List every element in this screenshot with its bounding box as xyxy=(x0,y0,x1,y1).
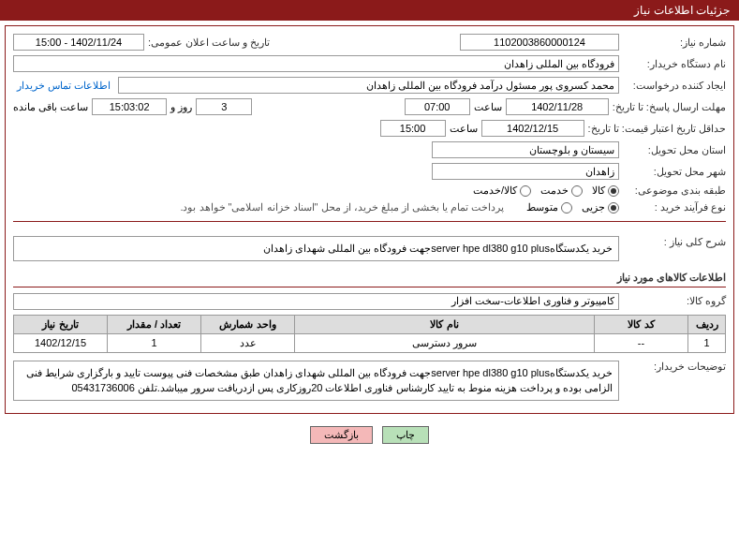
back-button[interactable]: بازگشت xyxy=(310,426,373,444)
subject-goods-radio-label: کالا xyxy=(592,184,605,197)
th-name: نام کالا xyxy=(295,315,595,333)
announce-datetime-field[interactable] xyxy=(13,34,144,51)
purchase-medium-radio-label: متوسط xyxy=(526,201,558,214)
purchase-medium-radio[interactable] xyxy=(561,202,572,214)
buyer-contact-link[interactable]: اطلاعات تماس خریدار xyxy=(13,80,114,92)
remaining-time-field xyxy=(92,98,167,115)
th-idx: ردیف xyxy=(688,315,726,333)
goods-group-field[interactable] xyxy=(13,293,619,310)
requester-label: ایجاد کننده درخواست: xyxy=(623,80,726,92)
cell-date: 1402/12/15 xyxy=(14,333,108,352)
price-validity-time-field[interactable] xyxy=(380,120,446,137)
cell-idx: 1 xyxy=(688,333,726,352)
page-title: جزئیات اطلاعات نیاز xyxy=(0,0,739,21)
th-date: تاریخ نیاز xyxy=(14,315,108,333)
delivery-province-label: استان محل تحویل: xyxy=(623,144,726,156)
purchase-minor-radio-label: جزیی xyxy=(582,201,605,214)
cell-name: سرور دسترسی xyxy=(295,333,595,352)
form-container: شماره نیاز: تاریخ و ساعت اعلان عمومی: نا… xyxy=(5,25,734,414)
cell-unit: عدد xyxy=(201,333,295,352)
deadline-label: مهلت ارسال پاسخ: تا تاریخ: xyxy=(613,101,726,113)
price-validity-label: حداقل تاریخ اعتبار قیمت: تا تاریخ: xyxy=(588,123,726,135)
subject-class-label: طبقه بندی موضوعی: xyxy=(623,184,726,197)
purchase-minor-radio[interactable] xyxy=(608,202,619,214)
subject-service-radio[interactable] xyxy=(571,185,583,197)
table-row: 1 -- سرور دسترسی عدد 1 1402/12/15 xyxy=(14,333,726,352)
purchase-type-label: نوع فرآیند خرید : xyxy=(623,201,726,214)
general-desc-label: شرح کلی نیاز : xyxy=(623,236,726,248)
deadline-time-field[interactable] xyxy=(405,98,470,115)
cell-code: -- xyxy=(595,333,688,352)
remaining-days-field xyxy=(196,98,252,115)
requester-field[interactable] xyxy=(118,77,619,94)
buyer-org-label: نام دستگاه خریدار: xyxy=(623,58,726,70)
buyer-notes-field: خرید یکدستگاهserver hpe dl380 g10 plusجه… xyxy=(13,361,619,401)
deadline-time-label: ساعت xyxy=(474,101,502,113)
goods-section-title: اطلاعات کالاهای مورد نیاز xyxy=(13,269,726,287)
remaining-suffix-label: ساعت باقی مانده xyxy=(13,101,88,113)
goods-table: ردیف کد کالا نام کالا واحد شمارش تعداد /… xyxy=(13,315,726,353)
remaining-days-label: روز و xyxy=(170,101,192,113)
announce-datetime-label: تاریخ و ساعت اعلان عمومی: xyxy=(148,37,270,49)
general-desc-field: خرید یکدستگاهserver hpe dl380 g10 plusجه… xyxy=(13,236,619,261)
cell-qty: 1 xyxy=(108,333,201,352)
subject-goods-service-radio[interactable] xyxy=(520,185,531,197)
delivery-province-field[interactable] xyxy=(432,141,619,158)
goods-group-label: گروه کالا: xyxy=(623,295,726,307)
subject-goods-service-radio-label: کالا/خدمت xyxy=(473,184,517,197)
buyer-org-field[interactable] xyxy=(13,55,619,72)
subject-service-radio-label: خدمت xyxy=(540,184,569,197)
buyer-notes-label: توضیحات خریدار: xyxy=(623,361,726,373)
delivery-city-field[interactable] xyxy=(432,163,619,180)
subject-goods-radio[interactable] xyxy=(608,185,619,197)
delivery-city-label: شهر محل تحویل: xyxy=(623,166,726,178)
th-code: کد کالا xyxy=(595,315,688,333)
print-button[interactable]: چاپ xyxy=(382,426,429,444)
need-number-label: شماره نیاز: xyxy=(623,37,726,49)
deadline-date-field[interactable] xyxy=(506,98,609,115)
purchase-note: پرداخت تمام یا بخشی از مبلغ خرید، از محل… xyxy=(180,201,504,214)
price-validity-date-field[interactable] xyxy=(481,120,584,137)
th-unit: واحد شمارش xyxy=(201,315,295,333)
need-number-field[interactable] xyxy=(460,34,619,51)
th-qty: تعداد / مقدار xyxy=(108,315,201,333)
price-validity-time-label: ساعت xyxy=(450,123,478,135)
